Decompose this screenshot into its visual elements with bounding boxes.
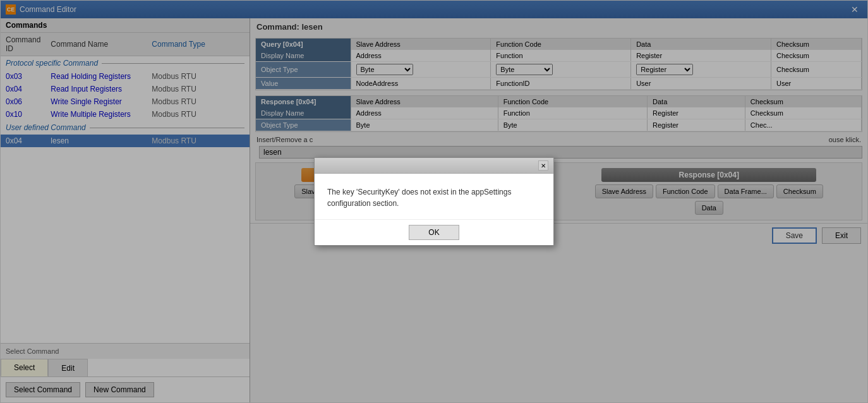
dialog-titlebar: ✕: [315, 158, 553, 174]
dialog-box: ✕ The key 'SecurityKey' does not exist i…: [314, 157, 554, 246]
dialog-overlay: ✕ The key 'SecurityKey' does not exist i…: [1, 1, 867, 402]
dialog-close-button[interactable]: ✕: [538, 160, 548, 171]
dialog-body: The key 'SecurityKey' does not exist in …: [315, 174, 553, 219]
main-window: CE Command Editor ✕ Commands Command ID …: [0, 0, 868, 403]
dialog-message: The key 'SecurityKey' does not exist in …: [327, 188, 511, 208]
dialog-ok-button[interactable]: OK: [409, 225, 459, 240]
dialog-footer: OK: [315, 219, 553, 245]
